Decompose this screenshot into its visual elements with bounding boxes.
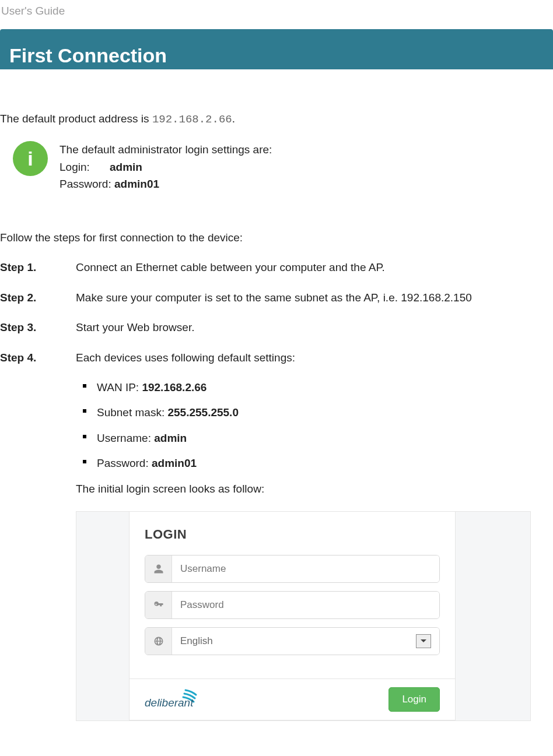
password-label: Password: xyxy=(97,457,152,469)
info-login-label: Login: xyxy=(60,159,110,175)
language-field-wrap: English xyxy=(145,627,440,655)
user-icon xyxy=(145,555,172,582)
step-body: Each devices uses following default sett… xyxy=(76,349,553,366)
step-body: Start your Web browser. xyxy=(76,319,553,336)
step-body: Make sure your computer is set to the sa… xyxy=(76,289,553,306)
password-value: admin01 xyxy=(152,457,197,469)
password-field-wrap xyxy=(145,591,440,619)
login-button[interactable]: Login xyxy=(388,687,440,712)
step-label: Step 2. xyxy=(0,289,76,306)
login-screenshot: LOGIN xyxy=(76,511,531,721)
login-card: LOGIN xyxy=(129,512,456,720)
wan-ip-value: 192.168.2.66 xyxy=(142,381,206,393)
login-footer: deliberant Login xyxy=(130,678,455,720)
info-login-value: admin xyxy=(110,161,142,173)
default-address-ip: 192.168.2.66 xyxy=(152,113,232,126)
info-text: The default administrator login settings… xyxy=(60,141,272,192)
username-value: admin xyxy=(154,432,187,444)
step-label: Step 1. xyxy=(0,259,76,276)
step-row: Step 3. Start your Web browser. xyxy=(0,319,553,336)
step-row: Step 1. Connect an Ethernet cable betwee… xyxy=(0,259,553,276)
chevron-down-icon xyxy=(416,634,431,648)
step-label: Step 4. xyxy=(0,349,76,366)
password-input[interactable] xyxy=(172,592,439,618)
username-field-wrap xyxy=(145,555,440,583)
step-row: Step 4. Each devices uses following defa… xyxy=(0,349,553,366)
list-item: Subnet mask: 255.255.255.0 xyxy=(83,404,553,421)
subnet-value: 255.255.255.0 xyxy=(167,406,239,419)
key-icon xyxy=(145,592,172,618)
wan-ip-label: WAN IP: xyxy=(97,381,142,393)
default-address-suffix: . xyxy=(232,112,235,125)
login-intro-line: The initial login screen looks as follow… xyxy=(0,480,553,497)
username-label: Username: xyxy=(97,432,154,444)
step-body: Connect an Ethernet cable between your c… xyxy=(76,259,553,276)
breadcrumb: User's Guide xyxy=(0,0,553,29)
list-item: WAN IP: 192.168.2.66 xyxy=(83,379,553,396)
info-line1: The default administrator login settings… xyxy=(60,141,272,158)
brand-logo: deliberant xyxy=(145,689,215,710)
default-settings-list: WAN IP: 192.168.2.66 Subnet mask: 255.25… xyxy=(0,379,553,472)
login-title: LOGIN xyxy=(130,512,455,555)
info-password-value: admin01 xyxy=(114,178,159,190)
brand-text: deliberant xyxy=(145,697,194,709)
list-item: Username: admin xyxy=(83,430,553,446)
list-item: Password: admin01 xyxy=(83,455,553,472)
default-address-line: The default product address is 192.168.2… xyxy=(0,110,553,128)
info-icon: i xyxy=(13,141,48,176)
subnet-label: Subnet mask: xyxy=(97,406,167,419)
follow-steps-line: Follow the steps for first connection to… xyxy=(0,229,553,246)
info-password-label: Password: xyxy=(60,178,111,190)
language-select[interactable]: English xyxy=(172,628,439,655)
default-address-prefix: The default product address is xyxy=(0,112,152,125)
info-callout: i The default administrator login settin… xyxy=(0,141,553,192)
step-row: Step 2. Make sure your computer is set t… xyxy=(0,289,553,306)
step-label: Step 3. xyxy=(0,319,76,336)
section-banner: First Connection xyxy=(0,29,553,69)
language-value: English xyxy=(180,634,213,649)
username-input[interactable] xyxy=(172,555,439,582)
globe-icon xyxy=(145,628,172,655)
